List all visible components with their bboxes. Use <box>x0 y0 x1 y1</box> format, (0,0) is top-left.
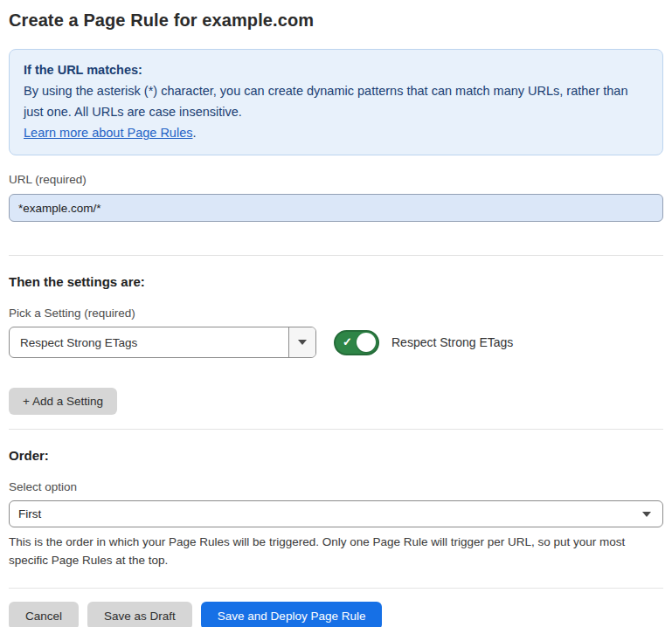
check-icon: ✓ <box>343 335 352 348</box>
info-box-link-line: Learn more about Page Rules. <box>24 122 648 143</box>
order-select-label: Select option <box>9 480 663 493</box>
action-button-row: Cancel Save as Draft Save and Deploy Pag… <box>9 602 663 627</box>
learn-more-link[interactable]: Learn more about Page Rules <box>24 126 192 140</box>
create-page-rule-panel: Create a Page Rule for example.com If th… <box>0 0 672 627</box>
link-period: . <box>192 126 196 140</box>
etags-toggle-label: Respect Strong ETags <box>391 335 513 349</box>
cancel-button[interactable]: Cancel <box>9 602 79 627</box>
setting-select-value: Respect Strong ETags <box>10 327 288 357</box>
url-input[interactable] <box>9 194 663 222</box>
order-select-value: First <box>18 507 41 520</box>
divider <box>9 255 663 256</box>
setting-select-arrow-button[interactable] <box>288 327 315 357</box>
url-field-label: URL (required) <box>9 173 663 186</box>
add-setting-button[interactable]: + Add a Setting <box>9 388 117 415</box>
toggle-knob <box>357 333 376 352</box>
order-select[interactable]: First <box>9 500 663 527</box>
chevron-down-icon <box>642 512 651 517</box>
divider <box>9 588 663 589</box>
order-section-heading: Order: <box>9 448 663 463</box>
info-box-heading: If the URL matches: <box>24 59 648 80</box>
setting-row: Respect Strong ETags ✓ Respect Strong ET… <box>9 327 663 358</box>
setting-picker-label: Pick a Setting (required) <box>9 307 663 320</box>
save-as-draft-button[interactable]: Save as Draft <box>87 602 192 627</box>
settings-section-heading: Then the settings are: <box>9 274 663 289</box>
page-title: Create a Page Rule for example.com <box>9 10 663 31</box>
save-and-deploy-button[interactable]: Save and Deploy Page Rule <box>201 602 383 627</box>
info-box-body: By using the asterisk (*) character, you… <box>24 80 648 122</box>
divider <box>9 429 663 430</box>
setting-select[interactable]: Respect Strong ETags <box>9 327 316 358</box>
etags-toggle[interactable]: ✓ <box>334 330 379 355</box>
etags-toggle-group: ✓ Respect Strong ETags <box>334 330 513 355</box>
chevron-down-icon <box>298 340 307 345</box>
url-match-info-box: If the URL matches: By using the asteris… <box>9 49 663 155</box>
order-help-text: This is the order in which your Page Rul… <box>9 533 663 569</box>
